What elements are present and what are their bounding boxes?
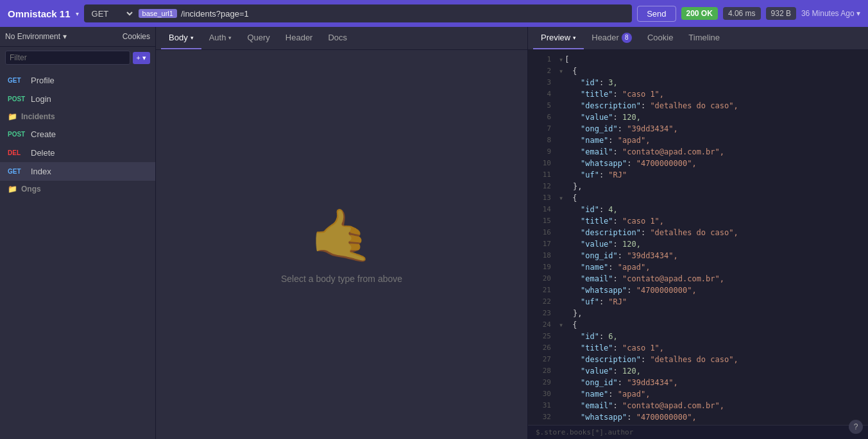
json-colon: : [618,251,627,260]
json-colon: : [641,101,650,110]
env-arrow: ▾ [63,32,67,41]
request-tabs-bar: Body ▾ Auth ▾ Query Header Docs [156,27,527,50]
sidebar-item-login[interactable]: POST Login [0,90,155,108]
json-key: "title" [581,90,613,99]
line-number: 7 [533,124,551,133]
body-hint: Select a body type from above [281,274,402,284]
response-tab-header[interactable]: Header 8 [584,27,640,49]
line-number: 26 [533,344,551,352]
json-key: "ong_id" [581,378,618,387]
json-line: 4"title": "caso 1", [528,90,868,101]
json-line: 29"ong_id": "39dd3434", [528,378,868,390]
json-value: "contato@apad.com.br", [622,401,724,410]
sidebar-item-profile[interactable]: GET Profile [0,71,155,90]
section-ongs[interactable]: 📁 Ongs [0,181,155,197]
json-line: 17"value": 120, [528,240,868,251]
json-value: "caso 1", [622,217,664,226]
json-colon: : [613,401,622,410]
tab-auth[interactable]: Auth ▾ [201,27,240,49]
line-number: 32 [533,413,551,421]
sidebar-item-create[interactable]: POST Create [0,125,155,144]
request-panel: Body ▾ Auth ▾ Query Header Docs 🤙 Select… [156,27,528,439]
fold-arrow[interactable]: ▾ [559,320,563,329]
line-number: 18 [533,251,551,260]
json-colon: : [608,136,617,145]
method-tag-del: DEL [8,149,26,156]
section-label-incidents: Incidents [21,112,55,121]
send-button[interactable]: Send [637,6,676,22]
json-line: 28"value": 120, [528,367,868,378]
json-colon: : [599,78,608,87]
json-line: 6"value": 120, [528,113,868,124]
json-line: 13▾{ [528,194,868,205]
json-line: 20"email": "contato@apad.com.br", [528,274,868,286]
json-colon: : [641,228,650,237]
sidebar-items: GET Profile POST Login 📁 Incidents POST … [0,69,155,439]
json-value: "detalhes do caso", [650,355,738,364]
response-tabs-bar: Preview ▾ Header 8 Cookie Timeline [528,27,868,50]
line-number: 2 [533,67,551,75]
json-line: 14"id": 4, [528,205,868,217]
fold-arrow[interactable]: ▾ [559,194,563,203]
json-line: 10"whatsapp": "4700000000", [528,159,868,170]
tab-body[interactable]: Body ▾ [161,27,201,49]
json-line: 9"email": "contato@apad.com.br", [528,147,868,159]
json-value: "39dd3434", [627,378,677,387]
json-value: "39dd3434", [627,251,677,260]
folder-icon-incidents: 📁 [8,112,17,121]
json-line: 25"id": 6, [528,332,868,344]
json-colon: : [613,274,622,283]
json-key: "value" [581,367,613,376]
cookies-button[interactable]: Cookies [123,32,150,41]
line-number: 10 [533,159,551,167]
json-colon: : [608,263,617,272]
fold-arrow[interactable]: ▾ [559,67,563,76]
app-dropdown-arrow[interactable]: ▾ [76,10,79,17]
json-value: "apad", [618,263,651,272]
fold-arrow[interactable]: ▾ [559,55,563,64]
add-button[interactable]: + ▾ [133,52,150,64]
json-line: 11"uf": "RJ" [528,170,868,182]
help-button[interactable]: ? [849,420,863,434]
tab-header[interactable]: Header [278,27,321,49]
json-value: "apad", [618,390,651,399]
response-tab-cookie[interactable]: Cookie [640,27,681,49]
response-tab-preview[interactable]: Preview ▾ [533,27,584,49]
sidebar-item-delete[interactable]: DEL Delete [0,144,155,162]
json-colon: : [599,170,608,179]
tab-query[interactable]: Query [239,27,277,49]
tab-docs[interactable]: Docs [320,27,355,49]
json-key: "id" [581,332,599,341]
line-number: 27 [533,355,551,363]
filter-bar: + ▾ [0,47,155,69]
json-line: 19"name": "apad", [528,263,868,274]
response-tab-timeline[interactable]: Timeline [681,27,728,49]
sidebar: No Environment ▾ Cookies + ▾ GET Profile… [0,27,156,439]
json-key: "uf" [581,297,599,306]
json-line: 24▾{ [528,320,868,332]
json-colon: : [627,159,636,168]
response-size-badge: 932 B [766,7,796,20]
response-time-badge: 4.06 ms [723,7,761,20]
line-number: 13 [533,194,551,202]
json-colon: : [613,147,622,156]
line-number: 15 [533,217,551,225]
line-number: 6 [533,113,551,121]
method-select[interactable]: GET POST PUT DELETE [89,8,135,19]
json-value: 3, [608,78,617,87]
json-key: "email" [581,147,613,156]
json-colon: : [618,124,627,133]
section-incidents[interactable]: 📁 Incidents [0,108,155,125]
json-key: "value" [581,113,613,122]
top-bar: Omnistack 11 ▾ GET POST PUT DELETE base_… [0,0,868,27]
json-key: "whatsapp" [581,413,627,422]
json-key: "description" [581,355,641,364]
line-number: 20 [533,274,551,283]
filter-input[interactable] [5,51,130,65]
env-selector[interactable]: No Environment ▾ [5,32,67,41]
section-label-ongs: Ongs [21,185,41,194]
json-viewer[interactable]: 1▾[2▾{3"id": 3,4"title": "caso 1",5"desc… [528,50,868,425]
line-number: 21 [533,286,551,294]
sidebar-item-index[interactable]: GET Index [0,162,155,181]
base-url-badge[interactable]: base_url1 [139,9,177,18]
